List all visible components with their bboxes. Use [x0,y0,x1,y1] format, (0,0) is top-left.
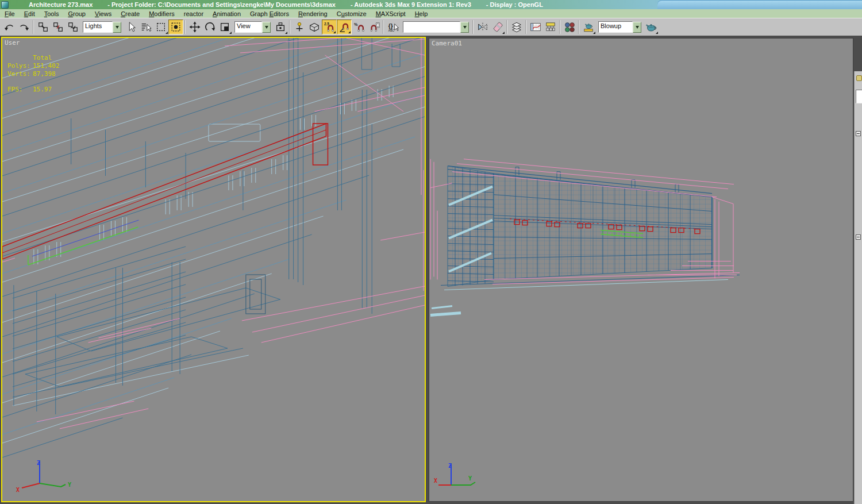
menu-item-help[interactable]: Help [410,10,433,17]
angle-snap-toggle[interactable] [337,20,352,34]
scale-icon [219,21,230,33]
pink-helper-lines [2,38,425,429]
toolbar-separator [288,20,291,34]
camera-viewport-wireframe [429,39,853,501]
menu-item-file[interactable]: File [0,10,20,17]
named-selection-dropdown[interactable] [403,22,469,33]
move-icon [189,21,201,33]
menu-item-views[interactable]: Views [90,10,116,17]
percent-snap-toggle[interactable]: % [352,20,367,34]
named-sets-brace: {} [388,23,393,29]
layer-manager-button[interactable] [509,20,524,34]
select-arrow-icon [125,21,137,33]
select-object-button[interactable] [124,20,138,34]
render-type-value[interactable]: Blowup [598,21,633,33]
redo-icon [18,21,30,33]
stats-fps-row: FPS:15.97 [7,86,59,94]
viewport-area: User Total Polys:151,402 Verts:87,398 FP… [0,36,862,504]
toolbar-separator [578,20,580,34]
render-dialog-icon [583,21,594,33]
render-scene-dialog-button[interactable] [581,20,596,34]
unlink-selection-button[interactable] [51,20,66,34]
menu-item-rendering[interactable]: Rendering [294,10,332,17]
keyboard-override-toggle[interactable] [307,20,322,34]
snap-angle-icon [338,21,350,33]
bind-spacewarp-icon [67,21,79,33]
redo-button[interactable] [17,20,32,34]
quick-render-button[interactable] [644,20,659,34]
window-crossing-toggle[interactable] [168,20,183,34]
region-select-button[interactable] [153,20,168,34]
snap-25-icon: 2.5 [324,21,335,33]
select-and-link-button[interactable] [36,20,51,34]
named-selection-arrow[interactable] [460,22,469,33]
axis-x-label: X [16,487,20,493]
command-panel-icon-fragment [856,75,862,81]
reference-coordsys-value[interactable]: View [234,21,262,33]
menu-item-create[interactable]: Create [116,10,144,17]
selection-filter-value[interactable]: Lights [83,21,113,33]
menu-item-maxscript[interactable]: MAXScript [371,10,410,17]
select-and-scale-button[interactable] [217,20,232,34]
use-pivot-center-button[interactable] [273,20,288,34]
curve-editor-button[interactable] [528,20,543,34]
select-by-name-button[interactable] [138,20,153,34]
reference-coordsys-dropdown[interactable]: View [234,22,271,33]
axis-z-label: Z [448,463,452,469]
menu-item-tools[interactable]: Tools [40,10,64,17]
rollout-toggle-fragment[interactable] [856,131,861,136]
schematic-view-button[interactable] [543,20,558,34]
unlink-icon [52,21,64,33]
menu-item-modifiers[interactable]: Modifiers [144,10,179,17]
user-axis-tripod: Z X Y [14,459,77,495]
axis-y-label: Y [68,482,71,488]
axis-y-label: Y [468,475,472,482]
menu-item-edit[interactable]: Edit [20,10,40,17]
snaps-toggle-25[interactable]: 2.5 [322,20,337,34]
align-button[interactable] [490,20,505,34]
snap-25-label: 2.5 [324,22,329,26]
reference-coordsys-arrow[interactable] [262,22,271,33]
toolbar-separator [506,20,509,34]
menu-bar: FileEditToolsGroupViewsCreateModifiersre… [0,9,862,18]
title-bar: Architecture 273.max - Project Folder: C… [0,0,862,9]
rollout-toggle-fragment[interactable] [856,234,861,240]
mirror-button[interactable] [475,20,490,34]
select-and-rotate-button[interactable] [202,20,217,34]
spinner-snap-toggle[interactable] [367,20,382,34]
layer-manager-icon [511,21,522,33]
select-and-manipulate-button[interactable] [292,20,307,34]
mirror-icon [477,21,488,33]
snap-spinner-icon [368,21,380,33]
edit-named-selections-button[interactable]: {}ABC [386,20,401,34]
toolbar-separator [472,20,475,34]
menu-item-animation[interactable]: Animation [208,10,245,17]
undo-button[interactable] [2,20,17,34]
window-title-project-folder: - Project Folder: C:\Documents and Setti… [107,1,336,8]
window-title-app-version: - Autodesk 3ds Max 9 Extension 1: Rev3 [351,1,471,8]
selection-filter-dropdown[interactable]: Lights [83,22,121,33]
wireframe-pale-lines [2,38,425,443]
render-type-arrow[interactable] [633,22,641,33]
snap-percent-icon: % [353,21,365,33]
viewport-camera01[interactable]: Camera01 [429,38,853,502]
render-type-dropdown[interactable]: Blowup [598,22,641,33]
selection-filter-arrow[interactable] [113,22,121,33]
curve-editor-icon [530,21,541,33]
named-selection-value[interactable] [403,21,460,33]
keyboard-override-icon [309,21,320,33]
menu-item-graph-editors[interactable]: Graph Editors [245,10,294,17]
menu-item-customize[interactable]: Customize [332,10,371,17]
material-editor-icon [564,21,575,33]
menu-item-group[interactable]: Group [63,10,90,17]
command-panel-field-fragment[interactable] [856,90,862,103]
bind-to-spacewarp-button[interactable] [66,20,80,34]
viewport-camera01-label[interactable]: Camera01 [432,40,462,47]
select-by-name-icon [140,21,152,33]
command-panel-edge[interactable] [854,71,862,504]
select-and-move-button[interactable] [187,20,202,34]
menu-item-reactor[interactable]: reactor [179,10,208,17]
material-editor-button[interactable] [562,20,577,34]
viewport-user[interactable]: User Total Polys:151,402 Verts:87,398 FP… [1,37,426,502]
viewport-user-label[interactable]: User [5,39,20,47]
